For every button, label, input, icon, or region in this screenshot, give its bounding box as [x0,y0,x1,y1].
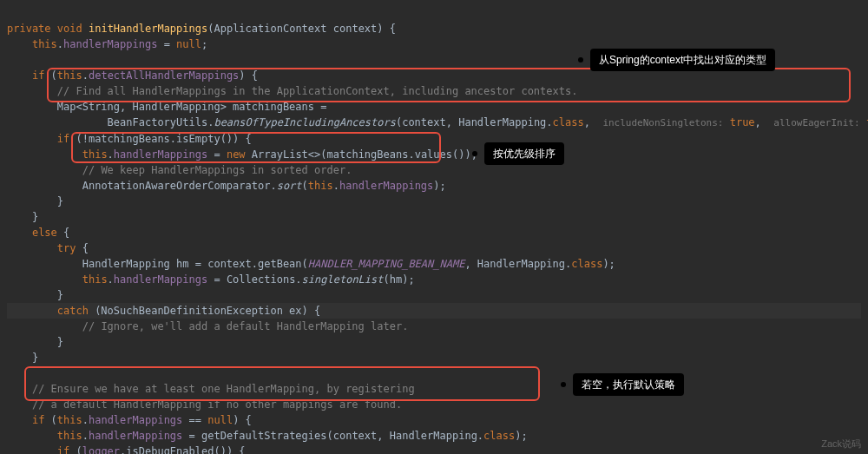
param-hint: allowEagerInit: [773,117,859,128]
comment: // Ensure we have at least one HandlerMa… [32,383,415,395]
code-text: Map<String, HandlerMapping> matchingBean… [57,101,327,113]
annotation-2: 按优先级排序 [484,142,564,165]
kw-if: if [32,69,44,82]
watermark: Zack说码 [821,437,861,451]
annotation-3: 若空，执行默认策略 [573,373,684,396]
params: (ApplicationContext context) { [207,23,396,35]
kw-private: private [7,23,51,35]
comment: // We keep HandlerMappings in sorted ord… [82,164,352,176]
annotation-1: 从Spring的context中找出对应的类型 [590,49,775,71]
param-hint: includeNonSingletons: [602,117,723,128]
kw-else: else [32,227,57,239]
field: handlerMappings [63,38,157,50]
method-name: initHandlerMappings [89,23,207,35]
static-method: beansOfTypeIncludingAncestors [214,116,396,128]
kw-try: try [57,242,76,254]
comment: // Find all HandlerMappings in the Appli… [57,85,578,97]
constant: HANDLER_MAPPING_BEAN_NAME [308,258,465,270]
comment: // a default HandlerMapping if no other … [32,398,402,411]
kw-null: null [176,38,201,50]
field: detectAllHandlerMappings [89,69,239,82]
kw-void: void [57,23,82,35]
comment: // Ignore, we'll add a default HandlerMa… [82,320,409,332]
kw-this: this [32,38,57,50]
kw-catch: catch [57,305,89,317]
